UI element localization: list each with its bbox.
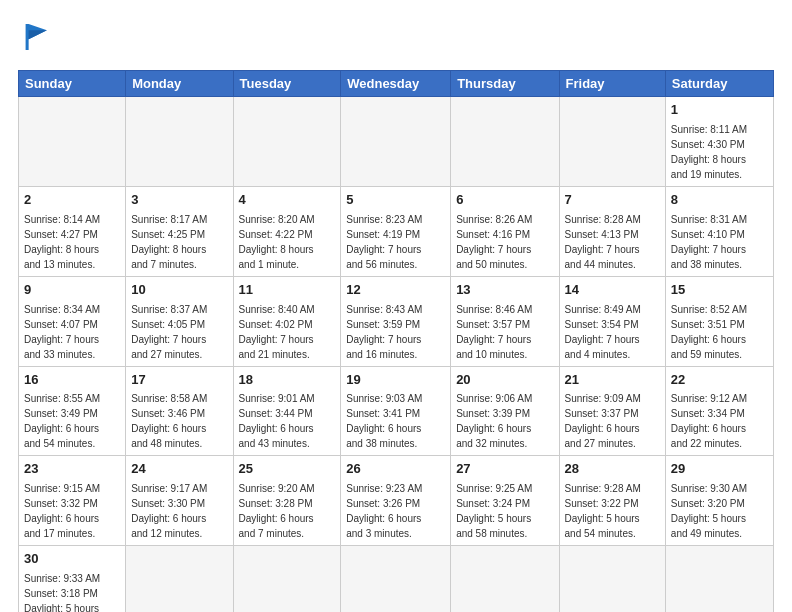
day-number: 10 — [131, 281, 227, 300]
generalblue-logo-icon — [18, 18, 56, 56]
day-number: 22 — [671, 371, 768, 390]
day-info: Sunrise: 9:03 AM Sunset: 3:41 PM Dayligh… — [346, 391, 445, 451]
week-row-4: 16Sunrise: 8:55 AM Sunset: 3:49 PM Dayli… — [19, 366, 774, 456]
day-cell: 5Sunrise: 8:23 AM Sunset: 4:19 PM Daylig… — [341, 186, 451, 276]
day-info: Sunrise: 8:17 AM Sunset: 4:25 PM Dayligh… — [131, 212, 227, 272]
day-info: Sunrise: 9:33 AM Sunset: 3:18 PM Dayligh… — [24, 571, 120, 612]
day-cell: 7Sunrise: 8:28 AM Sunset: 4:13 PM Daylig… — [559, 186, 665, 276]
day-cell: 23Sunrise: 9:15 AM Sunset: 3:32 PM Dayli… — [19, 456, 126, 546]
day-number: 28 — [565, 460, 660, 479]
day-number: 11 — [239, 281, 336, 300]
day-header-tuesday: Tuesday — [233, 71, 341, 97]
day-number: 21 — [565, 371, 660, 390]
day-cell: 19Sunrise: 9:03 AM Sunset: 3:41 PM Dayli… — [341, 366, 451, 456]
day-header-monday: Monday — [126, 71, 233, 97]
day-cell: 8Sunrise: 8:31 AM Sunset: 4:10 PM Daylig… — [665, 186, 773, 276]
day-number: 2 — [24, 191, 120, 210]
day-info: Sunrise: 8:28 AM Sunset: 4:13 PM Dayligh… — [565, 212, 660, 272]
day-info: Sunrise: 9:06 AM Sunset: 3:39 PM Dayligh… — [456, 391, 553, 451]
day-info: Sunrise: 8:14 AM Sunset: 4:27 PM Dayligh… — [24, 212, 120, 272]
day-cell: 17Sunrise: 8:58 AM Sunset: 3:46 PM Dayli… — [126, 366, 233, 456]
day-cell — [126, 546, 233, 612]
day-number: 27 — [456, 460, 553, 479]
day-header-wednesday: Wednesday — [341, 71, 451, 97]
day-number: 19 — [346, 371, 445, 390]
day-info: Sunrise: 8:46 AM Sunset: 3:57 PM Dayligh… — [456, 302, 553, 362]
day-cell: 22Sunrise: 9:12 AM Sunset: 3:34 PM Dayli… — [665, 366, 773, 456]
day-cell: 3Sunrise: 8:17 AM Sunset: 4:25 PM Daylig… — [126, 186, 233, 276]
day-number: 5 — [346, 191, 445, 210]
day-info: Sunrise: 9:25 AM Sunset: 3:24 PM Dayligh… — [456, 481, 553, 541]
day-info: Sunrise: 8:34 AM Sunset: 4:07 PM Dayligh… — [24, 302, 120, 362]
day-number: 12 — [346, 281, 445, 300]
day-number: 16 — [24, 371, 120, 390]
day-cell: 10Sunrise: 8:37 AM Sunset: 4:05 PM Dayli… — [126, 276, 233, 366]
day-info: Sunrise: 9:09 AM Sunset: 3:37 PM Dayligh… — [565, 391, 660, 451]
day-number: 23 — [24, 460, 120, 479]
day-number: 20 — [456, 371, 553, 390]
week-row-5: 23Sunrise: 9:15 AM Sunset: 3:32 PM Dayli… — [19, 456, 774, 546]
day-info: Sunrise: 8:20 AM Sunset: 4:22 PM Dayligh… — [239, 212, 336, 272]
day-number: 15 — [671, 281, 768, 300]
day-info: Sunrise: 9:15 AM Sunset: 3:32 PM Dayligh… — [24, 481, 120, 541]
day-info: Sunrise: 9:23 AM Sunset: 3:26 PM Dayligh… — [346, 481, 445, 541]
day-number: 3 — [131, 191, 227, 210]
day-cell: 6Sunrise: 8:26 AM Sunset: 4:16 PM Daylig… — [451, 186, 559, 276]
page: SundayMondayTuesdayWednesdayThursdayFrid… — [0, 0, 792, 612]
day-info: Sunrise: 8:43 AM Sunset: 3:59 PM Dayligh… — [346, 302, 445, 362]
day-number: 14 — [565, 281, 660, 300]
day-number: 17 — [131, 371, 227, 390]
day-number: 18 — [239, 371, 336, 390]
day-cell: 24Sunrise: 9:17 AM Sunset: 3:30 PM Dayli… — [126, 456, 233, 546]
day-info: Sunrise: 8:26 AM Sunset: 4:16 PM Dayligh… — [456, 212, 553, 272]
day-info: Sunrise: 8:58 AM Sunset: 3:46 PM Dayligh… — [131, 391, 227, 451]
day-cell — [341, 97, 451, 187]
svg-marker-1 — [29, 30, 47, 39]
week-row-1: 1Sunrise: 8:11 AM Sunset: 4:30 PM Daylig… — [19, 97, 774, 187]
day-cell: 26Sunrise: 9:23 AM Sunset: 3:26 PM Dayli… — [341, 456, 451, 546]
day-info: Sunrise: 9:28 AM Sunset: 3:22 PM Dayligh… — [565, 481, 660, 541]
day-cell: 25Sunrise: 9:20 AM Sunset: 3:28 PM Dayli… — [233, 456, 341, 546]
day-cell: 27Sunrise: 9:25 AM Sunset: 3:24 PM Dayli… — [451, 456, 559, 546]
day-cell: 28Sunrise: 9:28 AM Sunset: 3:22 PM Dayli… — [559, 456, 665, 546]
day-cell — [559, 97, 665, 187]
day-cell: 29Sunrise: 9:30 AM Sunset: 3:20 PM Dayli… — [665, 456, 773, 546]
day-cell — [451, 97, 559, 187]
day-info: Sunrise: 8:40 AM Sunset: 4:02 PM Dayligh… — [239, 302, 336, 362]
day-number: 13 — [456, 281, 553, 300]
day-info: Sunrise: 8:52 AM Sunset: 3:51 PM Dayligh… — [671, 302, 768, 362]
day-info: Sunrise: 9:17 AM Sunset: 3:30 PM Dayligh… — [131, 481, 227, 541]
day-info: Sunrise: 8:31 AM Sunset: 4:10 PM Dayligh… — [671, 212, 768, 272]
day-cell: 30Sunrise: 9:33 AM Sunset: 3:18 PM Dayli… — [19, 546, 126, 612]
day-header-friday: Friday — [559, 71, 665, 97]
day-cell — [559, 546, 665, 612]
day-cell — [665, 546, 773, 612]
day-info: Sunrise: 9:30 AM Sunset: 3:20 PM Dayligh… — [671, 481, 768, 541]
day-number: 7 — [565, 191, 660, 210]
day-cell: 21Sunrise: 9:09 AM Sunset: 3:37 PM Dayli… — [559, 366, 665, 456]
day-number: 4 — [239, 191, 336, 210]
day-cell — [451, 546, 559, 612]
day-cell — [233, 546, 341, 612]
week-row-2: 2Sunrise: 8:14 AM Sunset: 4:27 PM Daylig… — [19, 186, 774, 276]
day-header-thursday: Thursday — [451, 71, 559, 97]
day-cell — [341, 546, 451, 612]
week-row-3: 9Sunrise: 8:34 AM Sunset: 4:07 PM Daylig… — [19, 276, 774, 366]
day-number: 26 — [346, 460, 445, 479]
week-row-6: 30Sunrise: 9:33 AM Sunset: 3:18 PM Dayli… — [19, 546, 774, 612]
day-cell: 15Sunrise: 8:52 AM Sunset: 3:51 PM Dayli… — [665, 276, 773, 366]
day-header-sunday: Sunday — [19, 71, 126, 97]
day-cell: 11Sunrise: 8:40 AM Sunset: 4:02 PM Dayli… — [233, 276, 341, 366]
day-number: 8 — [671, 191, 768, 210]
day-cell: 13Sunrise: 8:46 AM Sunset: 3:57 PM Dayli… — [451, 276, 559, 366]
day-number: 1 — [671, 101, 768, 120]
day-number: 9 — [24, 281, 120, 300]
day-cell — [126, 97, 233, 187]
day-cell: 9Sunrise: 8:34 AM Sunset: 4:07 PM Daylig… — [19, 276, 126, 366]
day-cell: 2Sunrise: 8:14 AM Sunset: 4:27 PM Daylig… — [19, 186, 126, 276]
day-cell: 4Sunrise: 8:20 AM Sunset: 4:22 PM Daylig… — [233, 186, 341, 276]
day-info: Sunrise: 8:49 AM Sunset: 3:54 PM Dayligh… — [565, 302, 660, 362]
day-info: Sunrise: 8:23 AM Sunset: 4:19 PM Dayligh… — [346, 212, 445, 272]
day-info: Sunrise: 9:20 AM Sunset: 3:28 PM Dayligh… — [239, 481, 336, 541]
day-cell: 20Sunrise: 9:06 AM Sunset: 3:39 PM Dayli… — [451, 366, 559, 456]
